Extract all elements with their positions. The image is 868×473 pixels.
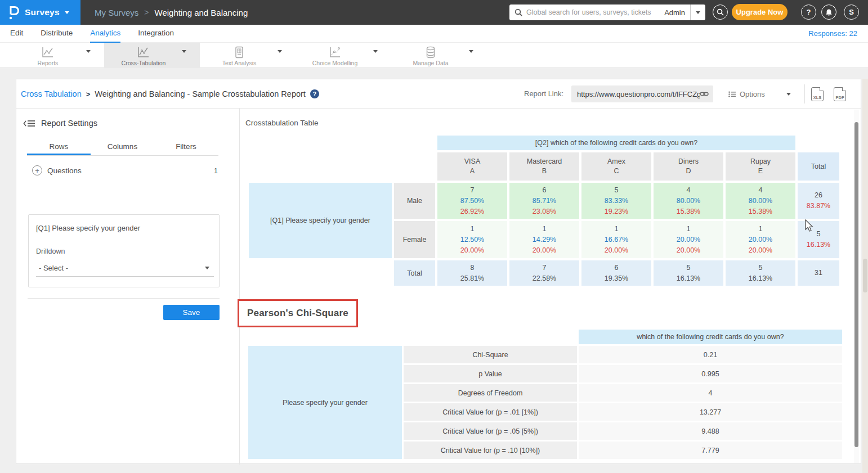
- question-card: [Q1] Please specify your gender Drilldow…: [28, 214, 220, 287]
- save-button[interactable]: Save: [163, 305, 220, 320]
- notifications-button[interactable]: [821, 4, 836, 20]
- bell-icon: [825, 8, 833, 16]
- chevron-down-icon[interactable]: [182, 53, 186, 63]
- toolbar-label: Choice Modelling: [312, 60, 358, 66]
- questions-count-badge: 1: [214, 166, 218, 175]
- row-group-header: [Q1] Please specify your gender: [249, 183, 392, 258]
- global-search[interactable]: Admin: [509, 4, 705, 20]
- drilldown-selected-value: - Select -: [39, 264, 68, 272]
- chi-stat-value: 7.779: [579, 442, 842, 459]
- cross-tabulation-link[interactable]: Cross Tabulation: [21, 89, 82, 98]
- report-settings-panel: Report Settings Rows Columns Filters + Q…: [16, 109, 240, 465]
- product-name: Surveys: [25, 7, 60, 17]
- column-header-visa: VISAA: [437, 152, 507, 181]
- chi-stat-label: Critical Value for (p = .10 [10%]): [404, 442, 577, 459]
- crosstab-section-title: Crosstabulation Table: [245, 119, 319, 127]
- question-text: [Q1] Please specify your gender: [36, 224, 140, 232]
- crosstab-column-total: 516.13%: [726, 260, 795, 286]
- search-icon: [514, 8, 522, 16]
- breadcrumb-separator: >: [144, 8, 149, 17]
- toolbar-manage-data[interactable]: Manage Data: [391, 43, 487, 68]
- scrollbar-thumb[interactable]: [863, 259, 867, 292]
- link-icon[interactable]: [700, 91, 709, 97]
- toolbar-text-analysis[interactable]: Text Analysis: [200, 43, 296, 68]
- crosstab-cell: 120.00%20.00%: [726, 221, 795, 258]
- tab-edit[interactable]: Edit: [10, 25, 23, 43]
- choice-modelling-icon: [328, 46, 342, 58]
- report-url[interactable]: https://www.questionpro.com/t/lFFCZg: [577, 90, 700, 98]
- breadcrumb: My Surveys > Weighting and Balancing: [95, 0, 248, 25]
- page-scrollbar[interactable]: [862, 79, 868, 473]
- chevron-down-icon: [205, 267, 209, 269]
- report-link-field[interactable]: https://www.questionpro.com/t/lFFCZg: [571, 85, 713, 102]
- toolbar-cross-tabulation[interactable]: Cross-Tabulation: [104, 43, 200, 68]
- options-dropdown[interactable]: Options: [728, 79, 791, 109]
- analytics-toolbar: Reports Cross-Tabulation: [0, 43, 868, 68]
- chi-square-table: which of the following credit cards do y…: [247, 328, 844, 461]
- column-header-diners: DinersD: [654, 152, 723, 181]
- chi-stat-value: 4: [579, 384, 842, 402]
- top-header: Surveys My Surveys > Weighting and Balan…: [0, 0, 868, 25]
- app-window: Surveys My Surveys > Weighting and Balan…: [0, 0, 868, 473]
- responses-count[interactable]: Responses: 22: [808, 25, 857, 43]
- chevron-down-icon[interactable]: [373, 53, 378, 63]
- tab-integration[interactable]: Integration: [138, 25, 174, 43]
- search-icon: [717, 8, 724, 16]
- tab-analytics[interactable]: Analytics: [90, 25, 120, 43]
- crosstab-cell: 112.50%20.00%: [437, 221, 507, 258]
- tab-filters[interactable]: Filters: [154, 139, 218, 155]
- crosstab-column-total: 825.81%: [437, 260, 507, 286]
- breadcrumb-current-survey: Weighting and Balancing: [155, 8, 248, 17]
- breadcrumb-my-surveys[interactable]: My Surveys: [95, 8, 138, 17]
- chi-column-header: which of the following credit cards do y…: [579, 330, 842, 344]
- product-switcher[interactable]: Surveys: [0, 0, 80, 25]
- toolbar-reports[interactable]: Reports: [8, 43, 104, 68]
- header-search-button[interactable]: [713, 4, 728, 20]
- text-analysis-icon: [234, 46, 244, 58]
- column-header-rupay: RupayE: [726, 152, 795, 181]
- help-button[interactable]: ?: [801, 4, 816, 20]
- tab-rows[interactable]: Rows: [27, 139, 91, 155]
- report-link-label: Report Link:: [524, 79, 563, 109]
- tab-columns[interactable]: Columns: [91, 139, 154, 155]
- crosstab-grand-total: 31: [798, 260, 839, 286]
- pearson-annotation-box: Pearson's Chi-Square: [238, 299, 358, 327]
- drilldown-select[interactable]: - Select -: [36, 260, 214, 277]
- upgrade-now-button[interactable]: Upgrade Now: [732, 4, 788, 20]
- collapse-panel-icon[interactable]: [23, 119, 35, 128]
- tab-distribute[interactable]: Distribute: [41, 25, 73, 43]
- chi-stat-value: 13.277: [579, 403, 842, 421]
- crosstab-cell: 116.67%20.00%: [581, 221, 651, 258]
- content-scrollbar[interactable]: [854, 110, 859, 463]
- chevron-down-icon[interactable]: [86, 53, 91, 63]
- line-chart-icon: [41, 46, 55, 58]
- chevron-down-icon[interactable]: [278, 53, 282, 63]
- search-scope-dropdown[interactable]: [691, 11, 705, 14]
- toolbar-label: Manage Data: [413, 60, 448, 66]
- divider: [804, 84, 805, 103]
- report-title: Weighting and Balancing - Sample Crossta…: [95, 89, 306, 98]
- mouse-cursor: [805, 219, 815, 232]
- toolbar-choice-modelling[interactable]: Choice Modelling: [296, 43, 391, 68]
- crosstab-column-total: 619.35%: [581, 260, 651, 286]
- scrollbar-thumb[interactable]: [854, 122, 858, 447]
- chi-stat-label: Degrees of Freedom: [404, 384, 577, 402]
- avatar[interactable]: S: [844, 4, 859, 20]
- crosstab-column-total: 722.58%: [509, 260, 579, 286]
- settings-tabs: Rows Columns Filters: [27, 139, 218, 156]
- column-header-amex: AmexC: [581, 152, 651, 181]
- export-xls-button[interactable]: XLS: [811, 87, 824, 101]
- chi-stat-label: p Value: [404, 365, 577, 382]
- questions-label: Questions: [47, 166, 82, 175]
- questions-row: + Questions 1: [32, 165, 218, 176]
- questionpro-logo-icon: [7, 5, 20, 20]
- crosstab-row-total: 516.13%: [798, 221, 839, 258]
- export-pdf-button[interactable]: PDF: [834, 87, 846, 101]
- chi-stat-label: Chi-Square: [404, 346, 577, 363]
- crosstab-cell: 583.33%19.23%: [581, 183, 651, 219]
- search-input[interactable]: [526, 8, 662, 16]
- help-icon[interactable]: ?: [310, 89, 319, 98]
- chevron-down-icon[interactable]: [469, 53, 473, 63]
- toolbar-label: Cross-Tabulation: [122, 60, 166, 66]
- add-question-button[interactable]: +: [32, 165, 42, 175]
